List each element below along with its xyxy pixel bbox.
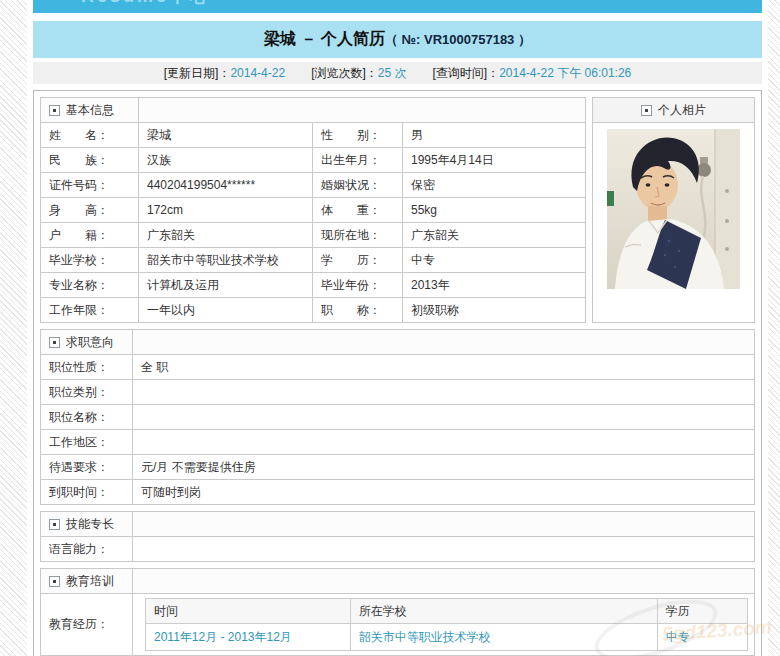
update-date-value: 2014-4-22	[230, 66, 285, 80]
field-label: 专业名称：	[41, 273, 139, 298]
field-label: 体 重：	[313, 198, 403, 223]
table-row: 民 族： 汉族 出生年月： 1995年4月14日	[41, 148, 586, 173]
field-value: 一年以内	[139, 298, 313, 323]
table-row: 基本信息	[41, 98, 586, 123]
field-label: 毕业年份：	[313, 273, 403, 298]
page-title: 个人简历	[321, 29, 385, 50]
field-value: 保密	[403, 173, 586, 198]
field-value: 初级职称	[403, 298, 586, 323]
table-row: 姓 名： 梁城 性 别： 男	[41, 123, 586, 148]
table-row: 工作地区：	[41, 430, 755, 455]
skills-header-spacer	[133, 512, 755, 537]
photo-panel: 个人相片	[592, 97, 755, 323]
top-banner: Resume中心	[33, 0, 762, 13]
field-label: 出生年月：	[313, 148, 403, 173]
photo-panel-header: 个人相片	[593, 98, 754, 123]
table-row: 专业名称： 计算机及运用 毕业年份： 2013年	[41, 273, 586, 298]
education-school: 韶关市中等职业技术学校	[350, 624, 657, 651]
query-time-value: 2014-4-22 下午 06:01:26	[499, 66, 631, 80]
field-label: 户 籍：	[41, 223, 139, 248]
field-label: 学 历：	[313, 248, 403, 273]
column-header: 时间	[146, 599, 351, 624]
table-row: 职位类别：	[41, 380, 755, 405]
field-value: 中专	[403, 248, 586, 273]
field-label: 教育经历：	[41, 594, 133, 656]
field-value	[133, 405, 755, 430]
education-header-spacer	[133, 569, 755, 594]
table-header-row: 时间 所在学校 学历	[146, 599, 748, 624]
query-time-label: [查询时间]：	[432, 66, 499, 80]
section-toggle-icon[interactable]	[49, 105, 60, 116]
field-value: 男	[403, 123, 586, 148]
field-label: 民 族：	[41, 148, 139, 173]
field-label: 毕业学校：	[41, 248, 139, 273]
view-count-value: 25 次	[378, 66, 407, 80]
column-header: 所在学校	[350, 599, 657, 624]
section-title: 技能专长	[66, 516, 114, 533]
field-label: 现所在地：	[313, 223, 403, 248]
resume-number: （ №: VR1000757183 ）	[385, 31, 531, 49]
field-label: 婚姻状况：	[313, 173, 403, 198]
field-value: 广东韶关	[139, 223, 313, 248]
update-date-label: [更新日期]：	[164, 66, 231, 80]
title-dash: －	[296, 29, 321, 50]
basic-info-section: 基本信息 姓 名： 梁城 性 别： 男 民 族： 汉族	[40, 97, 755, 323]
basic-info-table: 基本信息 姓 名： 梁城 性 别： 男 民 族： 汉族	[40, 97, 586, 323]
column-header: 学历	[657, 599, 747, 624]
field-label: 姓 名：	[41, 123, 139, 148]
view-count-label: [浏览次数]：	[311, 66, 378, 80]
education-history-table: 时间 所在学校 学历 2011年12月 - 2013年12月 韶关市中等职业技术…	[145, 598, 748, 651]
section-title: 基本信息	[66, 102, 114, 119]
field-label: 到职时间：	[41, 480, 133, 505]
field-value: 元/月 不需要提供住房	[133, 455, 755, 480]
job-intent-header-spacer	[133, 330, 755, 355]
education-experience-cell: 时间 所在学校 学历 2011年12月 - 2013年12月 韶关市中等职业技术…	[133, 594, 755, 656]
field-value	[133, 430, 755, 455]
section-toggle-icon[interactable]	[49, 337, 60, 348]
field-value: 广东韶关	[403, 223, 586, 248]
field-label: 工作年限：	[41, 298, 139, 323]
field-label: 语言能力：	[41, 537, 133, 562]
section-toggle-icon[interactable]	[49, 576, 60, 587]
field-label: 职 称：	[313, 298, 403, 323]
table-row: 证件号码： 440204199504****** 婚姻状况： 保密	[41, 173, 586, 198]
field-value: 全 职	[133, 355, 755, 380]
candidate-name: 梁城	[264, 29, 296, 50]
job-intent-header-cell: 求职意向	[41, 330, 133, 355]
table-row: 工作年限： 一年以内 职 称： 初级职称	[41, 298, 586, 323]
table-row: 求职意向	[41, 330, 755, 355]
basic-info-header-cell: 基本信息	[41, 98, 139, 123]
section-title: 教育培训	[66, 573, 114, 590]
field-value: 可随时到岗	[133, 480, 755, 505]
table-row: 2011年12月 - 2013年12月 韶关市中等职业技术学校 中专	[146, 624, 748, 651]
education-header-cell: 教育培训	[41, 569, 133, 594]
update-date: [更新日期]：2014-4-22	[164, 65, 285, 82]
content-wrapper: 基本信息 姓 名： 梁城 性 别： 男 民 族： 汉族	[33, 90, 762, 656]
field-value: 1995年4月14日	[403, 148, 586, 173]
table-row: 职位性质： 全 职	[41, 355, 755, 380]
field-value: 汉族	[139, 148, 313, 173]
field-value: 计算机及运用	[139, 273, 313, 298]
field-label: 职位性质：	[41, 355, 133, 380]
section-toggle-icon[interactable]	[49, 519, 60, 530]
basic-info-header-spacer	[139, 98, 586, 123]
table-row: 技能专长	[41, 512, 755, 537]
field-label: 身 高：	[41, 198, 139, 223]
field-value: 梁城	[139, 123, 313, 148]
table-row: 待遇要求： 元/月 不需要提供住房	[41, 455, 755, 480]
field-value: 2013年	[403, 273, 586, 298]
education-period: 2011年12月 - 2013年12月	[146, 624, 351, 651]
skills-header-cell: 技能专长	[41, 512, 133, 537]
query-time: [查询时间]：2014-4-22 下午 06:01:26	[432, 65, 631, 82]
field-value: 172cm	[139, 198, 313, 223]
resume-title-bar: 梁城 － 个人简历（ №: VR1000757183 ）	[33, 21, 762, 58]
field-value: 韶关市中等职业技术学校	[139, 248, 313, 273]
education-table: 教育培训 教育经历： 时间 所在学校	[40, 568, 755, 656]
skills-table: 技能专长 语言能力：	[40, 511, 755, 562]
meta-bar: [更新日期]：2014-4-22 [浏览次数]：25 次 [查询时间]：2014…	[33, 62, 762, 84]
section-toggle-icon[interactable]	[641, 105, 652, 116]
education-experience-row: 教育经历： 时间 所在学校 学历 2011	[41, 594, 755, 656]
job-intent-table: 求职意向 职位性质： 全 职 职位类别： 职位名称：	[40, 329, 755, 505]
section-title: 求职意向	[66, 334, 114, 351]
field-value	[133, 537, 755, 562]
